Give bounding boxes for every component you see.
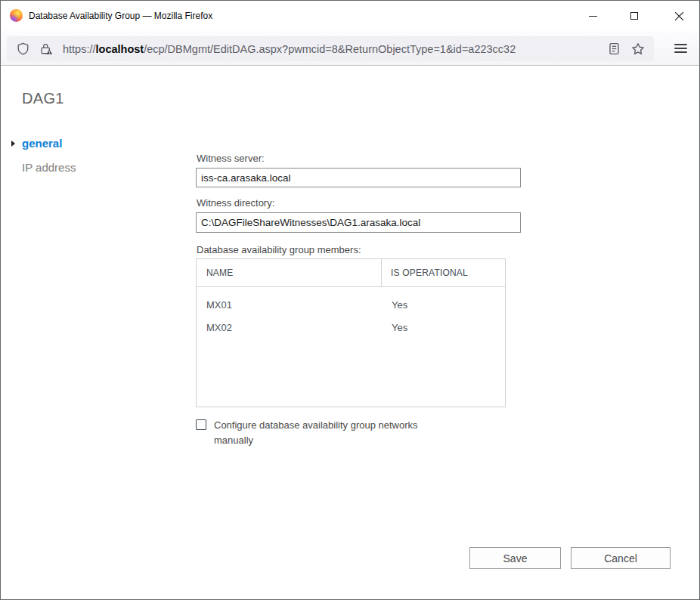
members-table: NAME IS OPERATIONAL MX01 Yes MX02 Yes (196, 258, 506, 407)
column-header-name: NAME (197, 259, 382, 286)
firefox-icon (10, 9, 23, 22)
lock-warning-icon[interactable] (39, 42, 53, 55)
member-name: MX02 (197, 322, 383, 333)
members-table-body: MX01 Yes MX02 Yes (197, 287, 505, 339)
minimize-button[interactable] (575, 1, 610, 31)
table-row[interactable]: MX01 Yes (197, 293, 505, 316)
cancel-button[interactable]: Cancel (571, 547, 671, 569)
page-content: DAG1 general IP address Witness server: … (1, 66, 699, 600)
save-button[interactable]: Save (469, 547, 561, 569)
witness-directory-label: Witness directory: (197, 197, 274, 209)
configure-networks-checkbox[interactable] (196, 419, 206, 430)
table-row[interactable]: MX02 Yes (197, 316, 505, 339)
url-bar[interactable]: https://localhost/ecp/DBMgmt/EditDAG.asp… (7, 36, 654, 61)
tab-ip-address[interactable]: IP address (22, 161, 76, 174)
witness-server-label: Witness server: (197, 153, 265, 164)
members-label: Database availability group members: (197, 244, 361, 255)
maximize-button[interactable] (617, 1, 652, 31)
column-header-is-operational: IS OPERATIONAL (382, 259, 505, 286)
configure-networks-label: Configure database availability group ne… (214, 418, 457, 447)
member-operational: Yes (383, 299, 505, 311)
window-title: Database Availability Group — Mozilla Fi… (29, 11, 212, 21)
close-button[interactable] (661, 1, 696, 31)
member-operational: Yes (383, 322, 505, 333)
url-host: localhost (96, 43, 144, 55)
page-title: DAG1 (22, 90, 64, 107)
witness-directory-input[interactable] (196, 212, 521, 233)
close-icon (674, 11, 684, 21)
members-table-header: NAME IS OPERATIONAL (197, 259, 505, 287)
minimize-icon (589, 16, 597, 17)
shield-icon[interactable] (17, 42, 29, 55)
browser-toolbar: https://localhost/ecp/DBMgmt/EditDAG.asp… (1, 31, 699, 66)
witness-server-input[interactable] (196, 168, 521, 187)
browser-window: Database Availability Group — Mozilla Fi… (0, 0, 700, 600)
url-path: /ecp/DBMgmt/EditDAG.aspx?pwmcid=8&Return… (144, 43, 516, 55)
menu-hamburger-icon[interactable] (669, 38, 692, 59)
member-name: MX01 (197, 299, 383, 311)
active-tab-arrow-icon (11, 141, 15, 147)
bookmark-star-icon[interactable] (631, 42, 645, 56)
reader-mode-icon[interactable] (608, 42, 621, 55)
titlebar: Database Availability Group — Mozilla Fi… (1, 1, 699, 31)
tab-general[interactable]: general (22, 137, 62, 150)
url-text[interactable]: https://localhost/ecp/DBMgmt/EditDAG.asp… (63, 43, 603, 55)
url-scheme: https:// (63, 43, 96, 55)
maximize-icon (630, 12, 638, 20)
